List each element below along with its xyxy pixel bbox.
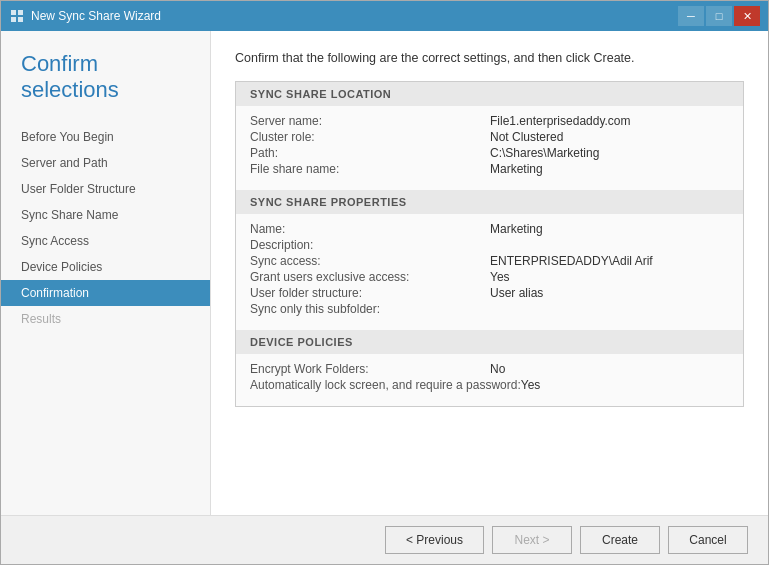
close-button[interactable]: ✕ <box>734 6 760 26</box>
create-button[interactable]: Create <box>580 526 660 554</box>
next-button[interactable]: Next > <box>492 526 572 554</box>
info-row: User folder structure:User alias <box>250 286 729 300</box>
info-value: Yes <box>490 270 510 284</box>
info-row: Sync only this subfolder: <box>250 302 729 316</box>
info-value: Marketing <box>490 162 543 176</box>
maximize-button[interactable]: □ <box>706 6 732 26</box>
info-row: Path:C:\Shares\Marketing <box>250 146 729 160</box>
section-header-device-policies: DEVICE POLICIES <box>236 330 743 354</box>
info-label: Server name: <box>250 114 490 128</box>
info-row: Automatically lock screen, and require a… <box>250 378 729 392</box>
nav-item-device-policies[interactable]: Device Policies <box>1 254 210 280</box>
section-body-sync-share-properties: Name:MarketingDescription:Sync access:EN… <box>236 214 743 330</box>
footer: < Previous Next > Create Cancel <box>1 515 768 564</box>
info-label: Cluster role: <box>250 130 490 144</box>
svg-rect-0 <box>11 10 16 15</box>
right-panel: Confirm that the following are the corre… <box>211 31 768 515</box>
nav-list: Before You BeginServer and PathUser Fold… <box>1 124 210 332</box>
window-title: New Sync Share Wizard <box>31 9 161 23</box>
cancel-button[interactable]: Cancel <box>668 526 748 554</box>
left-panel: Confirm selections Before You BeginServe… <box>1 31 211 515</box>
nav-item-results: Results <box>1 306 210 332</box>
previous-button[interactable]: < Previous <box>385 526 484 554</box>
info-row: Server name:File1.enterprisedaddy.com <box>250 114 729 128</box>
info-value: No <box>490 362 505 376</box>
svg-rect-1 <box>18 10 23 15</box>
svg-rect-3 <box>18 17 23 22</box>
info-value: File1.enterprisedaddy.com <box>490 114 631 128</box>
title-controls: ─ □ ✕ <box>678 6 760 26</box>
info-label: Description: <box>250 238 490 252</box>
info-value: Marketing <box>490 222 543 236</box>
nav-item-confirmation[interactable]: Confirmation <box>1 280 210 306</box>
section-header-sync-share-location: SYNC SHARE LOCATION <box>236 82 743 106</box>
title-bar-left: New Sync Share Wizard <box>9 8 161 24</box>
title-bar: New Sync Share Wizard ─ □ ✕ <box>1 1 768 31</box>
info-value: ENTERPRISEDADDY\Adil Arif <box>490 254 653 268</box>
info-label: Automatically lock screen, and require a… <box>250 378 521 392</box>
nav-item-user-folder-structure[interactable]: User Folder Structure <box>1 176 210 202</box>
nav-item-before-you-begin[interactable]: Before You Begin <box>1 124 210 150</box>
info-row: Name:Marketing <box>250 222 729 236</box>
minimize-button[interactable]: ─ <box>678 6 704 26</box>
intro-text: Confirm that the following are the corre… <box>235 51 744 65</box>
info-label: Grant users exclusive access: <box>250 270 490 284</box>
info-row: Cluster role:Not Clustered <box>250 130 729 144</box>
section-body-device-policies: Encrypt Work Folders:NoAutomatically loc… <box>236 354 743 406</box>
info-label: Encrypt Work Folders: <box>250 362 490 376</box>
info-value: User alias <box>490 286 543 300</box>
info-label: User folder structure: <box>250 286 490 300</box>
info-row: Encrypt Work Folders:No <box>250 362 729 376</box>
svg-rect-2 <box>11 17 16 22</box>
info-row: Grant users exclusive access:Yes <box>250 270 729 284</box>
nav-item-server-and-path[interactable]: Server and Path <box>1 150 210 176</box>
window-icon <box>9 8 25 24</box>
info-label: Name: <box>250 222 490 236</box>
info-value: Yes <box>521 378 541 392</box>
info-label: Path: <box>250 146 490 160</box>
info-label: Sync access: <box>250 254 490 268</box>
wizard-window: New Sync Share Wizard ─ □ ✕ Confirm sele… <box>0 0 769 565</box>
info-label: File share name: <box>250 162 490 176</box>
page-title: Confirm selections <box>1 51 210 124</box>
info-label: Sync only this subfolder: <box>250 302 490 316</box>
content-area: Confirm selections Before You BeginServe… <box>1 31 768 515</box>
nav-item-sync-share-name[interactable]: Sync Share Name <box>1 202 210 228</box>
nav-item-sync-access[interactable]: Sync Access <box>1 228 210 254</box>
info-row: File share name:Marketing <box>250 162 729 176</box>
info-row: Sync access:ENTERPRISEDADDY\Adil Arif <box>250 254 729 268</box>
section-body-sync-share-location: Server name:File1.enterprisedaddy.comClu… <box>236 106 743 190</box>
info-value: Not Clustered <box>490 130 563 144</box>
info-row: Description: <box>250 238 729 252</box>
summary-box: SYNC SHARE LOCATIONServer name:File1.ent… <box>235 81 744 407</box>
section-header-sync-share-properties: SYNC SHARE PROPERTIES <box>236 190 743 214</box>
info-value: C:\Shares\Marketing <box>490 146 599 160</box>
